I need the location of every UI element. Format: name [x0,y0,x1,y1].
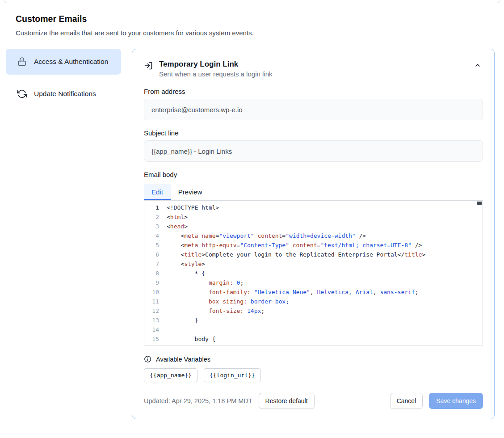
collapse-button[interactable] [472,60,483,72]
code-line: box-sizing: border-box; [167,297,483,306]
tab-preview[interactable]: Preview [171,184,210,200]
editor-scrollbar-thumb[interactable] [477,202,482,205]
lock-icon [17,57,27,67]
editor-tabs: Edit Preview [144,184,483,200]
editor-code-lines: <!DOCTYPE html><html><head> <meta name="… [167,203,483,345]
code-line: } [167,316,483,325]
code-line: <style> [167,259,483,269]
panel-title: Temporary Login Link [159,60,272,69]
code-line: body { [167,334,483,344]
code-line: <meta name="viewport" content="width=dev… [167,231,483,240]
email-template-panel: Temporary Login Link Sent when a user re… [132,49,495,419]
sidebar-item-label: Access & Authentication [34,56,108,67]
from-address-label: From address [144,88,483,95]
content: Access & Authentication Update Notificat… [0,49,504,419]
panel-header-text: Temporary Login Link Sent when a user re… [159,60,272,78]
variable-chips: {{app_name}} {{login_url}} [144,368,483,382]
code-line: <title>Complete your login to the Replic… [167,250,483,259]
info-icon [144,355,151,363]
variable-chip-app-name[interactable]: {{app_name}} [144,368,197,382]
code-editor[interactable]: 12345678910111213141516 <!DOCTYPE html><… [144,200,483,345]
code-line: font-size: 14px; [167,306,483,316]
sidebar-item-access-authentication[interactable]: Access & Authentication [6,49,121,75]
sidebar-item-update-notifications[interactable]: Update Notifications [6,81,121,107]
panel-subtitle: Sent when a user requests a login link [159,70,272,78]
cancel-button[interactable]: Cancel [390,393,423,409]
email-body-label: Email body [144,171,483,178]
sidebar-item-label: Update Notifications [34,88,96,99]
code-line: <meta http-equiv="Content-Type" content=… [167,240,483,250]
available-variables-row: Available Variables [144,355,483,363]
code-line: * { [167,269,483,278]
page-title: Customer Emails [16,14,488,24]
code-line [167,325,483,334]
code-line: font-family: "Helvetica Neue", Helvetica… [167,287,483,297]
refresh-icon [17,89,27,99]
variable-chip-login-url[interactable]: {{login_url}} [204,368,261,382]
sidebar: Access & Authentication Update Notificat… [6,49,121,107]
top-card-edge [4,0,500,3]
editor-gutter: 12345678910111213141516 [144,201,165,345]
tab-edit[interactable]: Edit [144,184,171,200]
page-header: Customer Emails Customize the emails tha… [0,3,504,37]
panel-header: Temporary Login Link Sent when a user re… [144,60,483,78]
restore-default-button[interactable]: Restore default [259,393,315,409]
page-subtitle: Customize the emails that are sent to yo… [16,29,488,37]
code-line: <!DOCTYPE html> [167,203,483,212]
available-variables-label: Available Variables [156,356,210,363]
chevron-up-icon [474,62,481,70]
login-icon [144,61,153,70]
panel-footer: Updated: Apr 29, 2025, 1:18 PM MDT Resto… [144,393,483,409]
code-line: <html> [167,212,483,222]
indent-guide [195,278,195,345]
code-line: margin: 0; [167,278,483,287]
subject-line-input[interactable] [144,140,483,162]
subject-line-label: Subject line [144,129,483,137]
code-line: <head> [167,222,483,231]
code-line: background-color: #f9f9f9; [167,344,483,345]
from-address-input[interactable] [144,99,483,120]
editor-code[interactable]: <!DOCTYPE html><html><head> <meta name="… [165,201,483,345]
save-changes-button[interactable]: Save changes [429,393,483,409]
updated-timestamp: Updated: Apr 29, 2025, 1:18 PM MDT [144,397,252,404]
